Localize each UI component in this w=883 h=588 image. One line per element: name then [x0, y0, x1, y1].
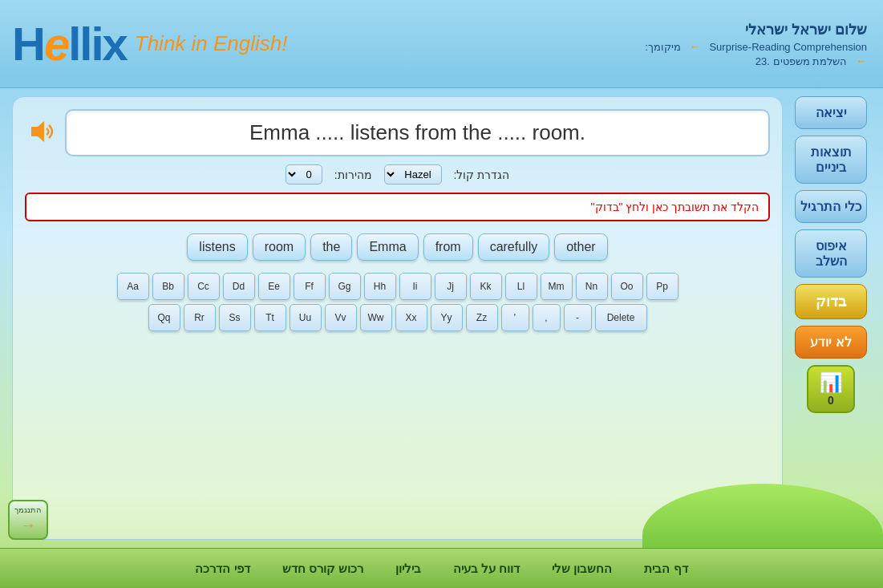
bottom-nav-link[interactable]: דף הבית: [644, 562, 687, 576]
source-label: מיקומך:: [645, 41, 681, 53]
keyboard-row-2: QqRrSsTtUuVvWwXxYyZz',-Delete: [148, 304, 647, 331]
key-button[interactable]: Pp: [646, 273, 678, 300]
back-button-container: התנגמך →: [8, 500, 48, 540]
header: Hellix Think in English! שלום ישראל ישרא…: [0, 0, 883, 88]
exit-button[interactable]: יציאה: [795, 96, 867, 129]
key-button[interactable]: Ii: [399, 273, 431, 300]
key-button[interactable]: Bb: [152, 273, 184, 300]
back-button[interactable]: התנגמך →: [8, 500, 48, 540]
tagline: Think in English!: [135, 31, 288, 56]
word-button[interactable]: other: [554, 233, 607, 261]
voice-select[interactable]: Hazel: [384, 164, 442, 185]
word-buttons-area: listensroomtheEmmafromcarefullyother: [25, 233, 770, 261]
results-button[interactable]: תוצאות ביניים: [795, 136, 867, 184]
key-button[interactable]: Ll: [505, 273, 537, 300]
course-info: Surprise-Reading Comprehension ← מיקומך:: [645, 40, 867, 53]
bottom-nav: דף הביתהחשבון שלידווח על בעיהביליוןרכוש …: [0, 548, 883, 588]
key-button[interactable]: ': [501, 304, 529, 331]
key-button[interactable]: Tt: [254, 304, 286, 331]
bottom-nav-link[interactable]: ביליון: [395, 562, 421, 576]
key-button[interactable]: Rr: [184, 304, 216, 331]
lesson-info: ← השלמת משפטים .23: [645, 55, 867, 67]
word-button[interactable]: carefully: [478, 233, 550, 261]
speed-select[interactable]: 0: [286, 164, 322, 185]
right-panel: יציאה תוצאות ביניים כלי התרגיל איפוס השל…: [791, 96, 871, 540]
key-button[interactable]: Ee: [258, 273, 290, 300]
word-button[interactable]: room: [253, 233, 306, 261]
check-button[interactable]: בדוק: [795, 284, 867, 319]
bottom-nav-link[interactable]: רכוש קורס חדש: [282, 562, 363, 576]
answer-input-row: הקלד את תשובתך כאן ולחץ "בדוק": [25, 193, 770, 221]
tools-button[interactable]: כלי התרגיל: [795, 190, 867, 223]
logo-area: Hellix Think in English!: [12, 21, 288, 67]
key-button[interactable]: Aa: [117, 273, 149, 300]
dontknow-button[interactable]: לא יודע: [795, 326, 867, 359]
key-button[interactable]: Vv: [325, 304, 357, 331]
keyboard-row-1: AaBbCcDdEeFfGgHhIiJjKkLlMmNnOoPp: [117, 273, 678, 300]
back-arrow-icon: →: [20, 516, 36, 534]
speaker-icon: [25, 116, 57, 148]
user-name: שלום ישראל ישראלי: [645, 21, 867, 39]
key-button[interactable]: Kk: [470, 273, 502, 300]
delete-key-button[interactable]: Delete: [595, 304, 647, 331]
word-button[interactable]: Emma: [357, 233, 418, 261]
score-value: 0: [828, 394, 834, 407]
word-button[interactable]: from: [423, 233, 473, 261]
key-button[interactable]: Mm: [541, 273, 573, 300]
score-chart-icon: 📊: [819, 371, 843, 394]
key-button[interactable]: Hh: [364, 273, 396, 300]
controls-row: הגדרת קול: Hazel מהירות: 0: [25, 164, 770, 185]
key-button[interactable]: Ff: [294, 273, 326, 300]
key-button[interactable]: Xx: [395, 304, 427, 331]
voice-label: הגדרת קול:: [454, 168, 510, 181]
key-button[interactable]: Ww: [360, 304, 392, 331]
key-button[interactable]: Nn: [576, 273, 608, 300]
speaker-button[interactable]: [25, 116, 57, 150]
key-button[interactable]: Ss: [219, 304, 251, 331]
course-name: Surprise-Reading Comprehension: [709, 41, 867, 53]
left-panel: Emma ..... listens from the ..... room. …: [12, 96, 783, 540]
bottom-nav-link[interactable]: דפי הדרכה: [195, 562, 249, 576]
svg-marker-0: [31, 121, 44, 142]
bottom-nav-link[interactable]: החשבון שלי: [552, 562, 612, 576]
key-button[interactable]: ,: [533, 304, 561, 331]
score-box[interactable]: 📊 0: [807, 365, 855, 413]
key-button[interactable]: Uu: [290, 304, 322, 331]
keyboard-area: AaBbCcDdEeFfGgHhIiJjKkLlMmNnOoPpQqRrSsTt…: [25, 273, 770, 331]
key-button[interactable]: Yy: [431, 304, 463, 331]
key-button[interactable]: Cc: [188, 273, 220, 300]
input-instruction: הקלד את תשובתך כאן ולחץ "בדוק": [36, 201, 759, 213]
lesson-name: השלמת משפטים .23: [755, 55, 847, 67]
key-button[interactable]: Qq: [148, 304, 180, 331]
sentence-row: Emma ..... listens from the ..... room.: [25, 109, 770, 156]
key-button[interactable]: Gg: [329, 273, 361, 300]
key-button[interactable]: Zz: [466, 304, 498, 331]
back-label: התנגמך: [14, 505, 42, 514]
sentence-display: Emma ..... listens from the ..... room.: [65, 109, 770, 156]
key-button[interactable]: -: [564, 304, 592, 331]
key-button[interactable]: Jj: [435, 273, 467, 300]
logo: Hellix: [12, 21, 127, 67]
course-arrow-icon: ←: [690, 40, 701, 53]
reset-button[interactable]: איפוס השלב: [795, 229, 867, 278]
bottom-nav-link[interactable]: דווח על בעיה: [453, 562, 520, 576]
speed-label: מהירות:: [334, 168, 372, 181]
lesson-arrow-icon: ←: [856, 55, 867, 67]
key-button[interactable]: Dd: [223, 273, 255, 300]
word-button[interactable]: listens: [187, 233, 247, 261]
main-area: Emma ..... listens from the ..... room. …: [0, 88, 883, 548]
key-button[interactable]: Oo: [611, 273, 643, 300]
word-button[interactable]: the: [310, 233, 352, 261]
header-right: שלום ישראל ישראלי Surprise-Reading Compr…: [645, 21, 867, 67]
